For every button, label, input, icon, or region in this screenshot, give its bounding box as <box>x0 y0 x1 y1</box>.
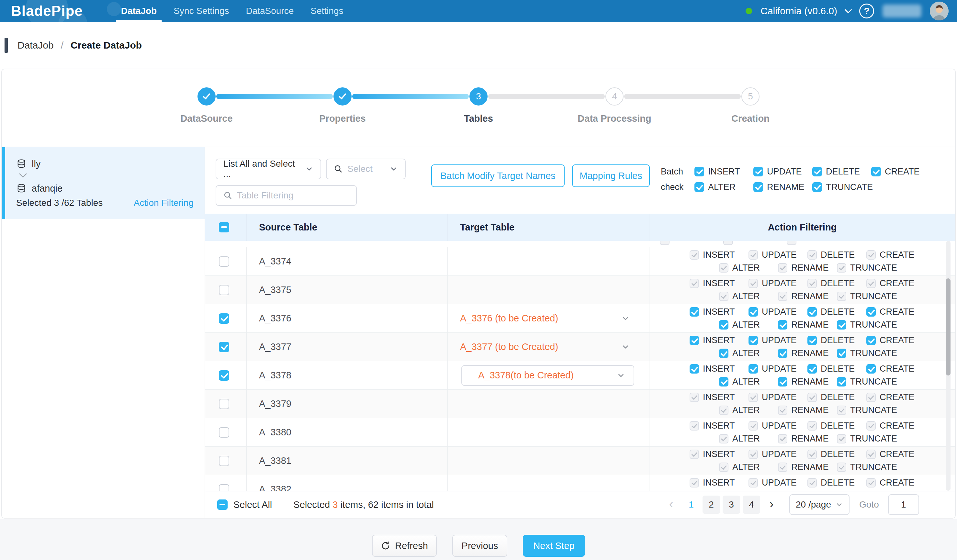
action-label: TRUNCATE <box>850 263 897 273</box>
action-label: CREATE <box>880 335 914 345</box>
goto-label: Goto <box>859 500 879 510</box>
action-update-checkbox[interactable] <box>749 336 758 345</box>
goto-page-input[interactable]: 1 <box>888 494 919 515</box>
action-delete-checkbox <box>807 421 817 431</box>
target-table-select[interactable]: A_3376 (to be Created) <box>460 313 649 324</box>
row-select-checkbox[interactable] <box>219 370 229 381</box>
action-alter-checkbox[interactable] <box>719 320 728 330</box>
action-delete-checkbox[interactable] <box>807 364 817 374</box>
step-label: Tables <box>464 113 493 124</box>
step-tables: 3 Tables <box>469 87 488 106</box>
action-update-checkbox[interactable] <box>749 364 758 374</box>
nav-item-sync-settings[interactable]: Sync Settings <box>165 0 237 22</box>
action-create-checkbox[interactable] <box>866 307 876 317</box>
page-button-2[interactable]: 2 <box>703 495 720 514</box>
row-select-checkbox[interactable] <box>219 342 229 352</box>
target-table-name: A_3376 (to be Created) <box>460 313 558 324</box>
batch-rename-checkbox[interactable] <box>753 182 763 192</box>
batch-update-checkbox[interactable] <box>753 167 763 177</box>
action-insert-checkbox[interactable] <box>690 364 699 374</box>
partial-checkbox <box>787 241 796 245</box>
action-label: INSERT <box>703 392 735 402</box>
step-label: DataSource <box>180 113 232 124</box>
refresh-label: Refresh <box>395 541 428 551</box>
action-insert-checkbox <box>690 450 699 459</box>
target-table-name: A_3378(to be Created) <box>478 370 574 381</box>
previous-button[interactable]: Previous <box>452 535 507 557</box>
batch-check-group: INSERT UPDATE DELETE CREATE ALTER RENAME… <box>695 164 930 195</box>
action-alter-checkbox[interactable] <box>719 349 728 358</box>
batch-modify-target-names-button[interactable]: Batch Modify Target Names <box>431 164 565 187</box>
vertical-scrollbar[interactable] <box>946 241 951 491</box>
action-rename-checkbox <box>778 405 787 415</box>
page-button-3[interactable]: 3 <box>723 495 740 514</box>
action-truncate-checkbox[interactable] <box>837 349 846 358</box>
scrollbar-thumb[interactable] <box>946 278 951 375</box>
action-truncate-checkbox[interactable] <box>837 320 846 330</box>
region-selector[interactable]: California (v0.6.0) <box>761 5 837 16</box>
breadcrumb-parent[interactable]: DataJob <box>17 40 54 51</box>
batch-delete-checkbox[interactable] <box>812 167 822 177</box>
action-alter-checkbox[interactable] <box>719 377 728 386</box>
nav-item-datajob[interactable]: DataJob <box>113 0 165 22</box>
nav-item-datasource[interactable]: DataSource <box>237 0 302 22</box>
action-update-checkbox[interactable] <box>749 307 758 317</box>
refresh-button[interactable]: Refresh <box>372 535 437 557</box>
nav-item-settings[interactable]: Settings <box>302 0 352 22</box>
step-datasource: DataSource <box>197 87 216 106</box>
action-rename-checkbox[interactable] <box>778 349 787 358</box>
action-create-checkbox[interactable] <box>866 364 876 374</box>
action-label: ALTER <box>732 320 760 330</box>
next-page-button[interactable]: › <box>763 495 780 514</box>
action-label: CREATE <box>880 449 914 459</box>
action-insert-checkbox[interactable] <box>690 336 699 345</box>
header-select-checkbox[interactable] <box>219 222 229 232</box>
mapping-rules-button[interactable]: Mapping Rules <box>572 164 650 187</box>
action-delete-checkbox <box>807 450 817 459</box>
action-delete-checkbox[interactable] <box>807 336 817 345</box>
action-label: ALTER <box>732 434 760 444</box>
action-rename-checkbox[interactable] <box>778 377 787 386</box>
row-select-checkbox[interactable] <box>219 456 229 466</box>
page-button-1[interactable]: 1 <box>682 495 700 514</box>
prev-page-button[interactable]: ‹ <box>662 495 680 514</box>
action-update-checkbox <box>749 421 758 431</box>
quick-select-dropdown[interactable]: Select <box>326 159 406 179</box>
table-filtering-input[interactable]: Table Filtering <box>216 185 357 206</box>
row-select-checkbox[interactable] <box>219 313 229 324</box>
row-select-checkbox[interactable] <box>219 256 229 267</box>
page-size-select[interactable]: 20 /page <box>789 494 850 515</box>
action-label: CREATE <box>880 307 914 317</box>
action-label: UPDATE <box>762 335 797 345</box>
action-insert-checkbox[interactable] <box>690 307 699 317</box>
action-label: DELETE <box>821 278 855 289</box>
target-table-select[interactable]: A_3377 (to be Created) <box>460 341 649 352</box>
help-icon[interactable]: ? <box>859 3 874 19</box>
col-target-table: Target Table <box>448 214 649 241</box>
partial-checkbox <box>660 241 670 245</box>
action-create-checkbox[interactable] <box>866 336 876 345</box>
action-rename-checkbox[interactable] <box>778 320 787 330</box>
avatar[interactable] <box>930 2 949 21</box>
page-button-4[interactable]: 4 <box>743 495 760 514</box>
action-label: CREATE <box>880 392 914 402</box>
step-pending-circle: 5 <box>741 87 760 106</box>
select-all-checkbox[interactable] <box>217 500 227 510</box>
row-select-checkbox[interactable] <box>219 399 229 409</box>
next-step-button[interactable]: Next Step <box>523 535 585 557</box>
batch-insert-checkbox[interactable] <box>695 167 704 177</box>
target-table-select[interactable]: A_3378(to be Created) <box>461 365 634 386</box>
action-delete-checkbox[interactable] <box>807 307 817 317</box>
row-select-checkbox[interactable] <box>219 427 229 438</box>
action-truncate-checkbox[interactable] <box>837 377 846 386</box>
chevron-down-icon[interactable] <box>845 6 852 14</box>
list-mode-select[interactable]: List All and Select ... <box>216 159 321 179</box>
row-select-checkbox[interactable] <box>219 285 229 295</box>
datasource-pair-panel[interactable]: lly afanqie Selected 3 /62 <box>2 147 205 219</box>
batch-truncate-checkbox[interactable] <box>812 182 822 192</box>
batch-create-checkbox[interactable] <box>871 167 881 177</box>
action-label: TRUNCATE <box>850 291 897 301</box>
row-select-checkbox[interactable] <box>219 484 229 491</box>
batch-alter-checkbox[interactable] <box>695 182 704 192</box>
action-filtering-link[interactable]: Action Filtering <box>134 198 194 208</box>
